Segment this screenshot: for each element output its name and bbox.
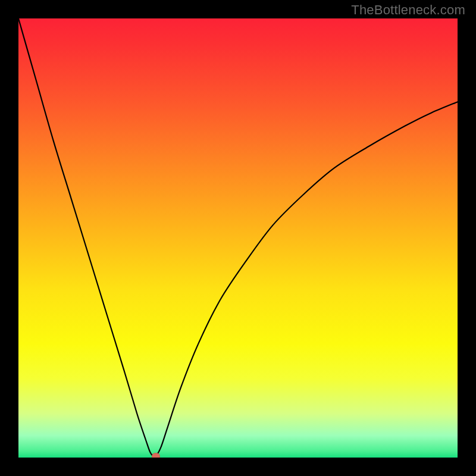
chart-frame: TheBottleneck.com — [0, 0, 476, 476]
bottleneck-curve — [18, 18, 458, 458]
curve-path — [18, 18, 458, 456]
watermark-label: TheBottleneck.com — [351, 2, 465, 18]
plot-area — [18, 18, 458, 458]
minimum-marker — [152, 453, 160, 458]
